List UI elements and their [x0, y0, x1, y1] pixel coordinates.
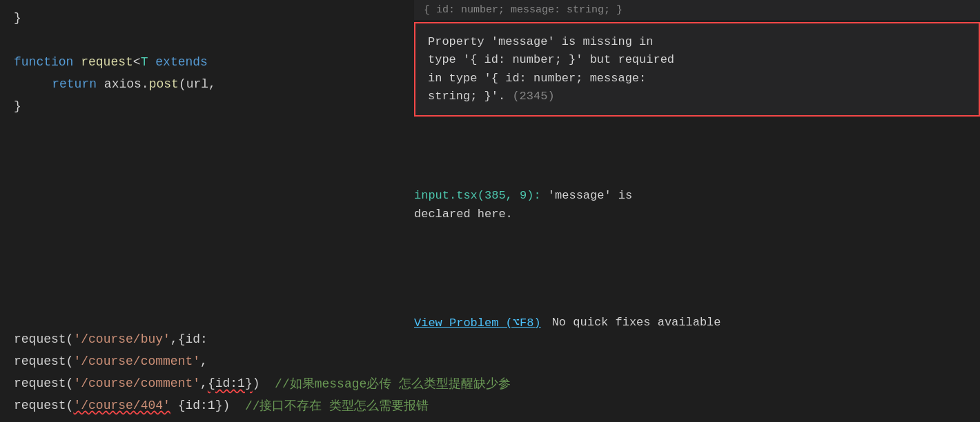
- tooltip-preview-line: { id: number; message: string; }: [414, 0, 980, 20]
- reference-section: input.tsx(385, 9): 'message' is declared…: [414, 181, 980, 229]
- tooltip-line2: type '{ id: number; }' but required: [428, 51, 966, 69]
- code-line-function: function request < T extends: [14, 51, 400, 73]
- code-line-brace-close2: }: [14, 95, 400, 117]
- action-bar: View Problem (⌥F8) No quick fixes availa…: [414, 311, 980, 334]
- editor-area: } function request < T extends return ax…: [0, 0, 980, 422]
- view-problem-link[interactable]: View Problem (⌥F8): [414, 315, 541, 330]
- no-quick-fix-label: No quick fixes available: [552, 316, 721, 329]
- right-panel: { id: number; message: string; } Propert…: [400, 0, 980, 422]
- code-line-comment2: request( '/course/comment' , {id:1} ) //…: [14, 372, 400, 394]
- error-tooltip: Property 'message' is missing in type '{…: [414, 22, 980, 117]
- code-line-buy: request( '/course/buy' ,{id:: [14, 328, 400, 350]
- tooltip-line3: in type '{ id: number; message:: [428, 70, 966, 88]
- code-line-blank3: [14, 139, 400, 161]
- code-line-return: return axios. post (url,: [14, 73, 400, 95]
- reference-line2: declared here.: [414, 205, 980, 223]
- reference-line1: input.tsx(385, 9): 'message' is: [414, 186, 980, 205]
- code-line-brace-close: }: [14, 7, 400, 29]
- code-line-blank: [14, 29, 400, 51]
- code-line-blank2: [14, 117, 400, 139]
- tooltip-line1: Property 'message' is missing in: [428, 33, 966, 51]
- code-line-blank4: [14, 161, 400, 183]
- bottom-left-code: request( '/course/buy' ,{id: request( '/…: [14, 328, 400, 416]
- tooltip-line4: string; }'. (2345): [428, 88, 966, 106]
- code-line-comment: request( '/course/comment' ,: [14, 350, 400, 372]
- code-line-404: request( '/course/404' {id:1}) //接口不存在 类…: [14, 394, 400, 416]
- left-code-panel: } function request < T extends return ax…: [0, 0, 400, 422]
